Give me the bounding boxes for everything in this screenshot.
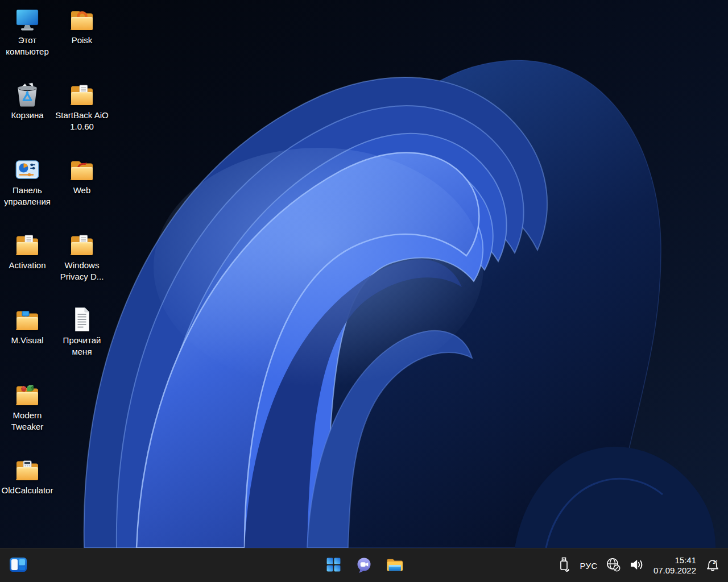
volume-tray-button[interactable] [627, 553, 647, 578]
desktop-icon-readme[interactable]: Прочитай меня [55, 306, 109, 357]
notification-bell-button[interactable]: z z [703, 553, 722, 578]
desktop-icon-label: Activation [9, 260, 46, 271]
folder-web-icon [68, 156, 96, 183]
desktop-icon-control-panel[interactable]: Панель управления [0, 156, 55, 207]
folder-document-icon [68, 81, 96, 108]
desktop-icon-windows-privacy[interactable]: Windows Privacy D... [55, 231, 109, 282]
chat-button[interactable] [353, 554, 375, 577]
desktop-icon-activation[interactable]: Activation [0, 231, 55, 271]
usb-safely-remove-icon [557, 556, 571, 576]
clock[interactable]: 15:41 07.09.2022 [650, 553, 700, 578]
bell-dnd-icon: z z [705, 558, 720, 574]
desktop-icon-label: Корзина [11, 110, 43, 121]
desktop-icon-label: StartBack AiO 1.0.60 [55, 110, 109, 132]
desktop-icon-this-pc[interactable]: Этот компьютер [0, 6, 55, 57]
desktop-icon-label: Poisk [72, 35, 93, 46]
this-pc-icon [14, 6, 41, 33]
text-file-icon [68, 306, 96, 333]
desktop-icon-label: Web [73, 185, 91, 196]
svg-text:z: z [716, 559, 718, 562]
language-indicator[interactable]: РУС [577, 553, 600, 578]
desktop-icon-label: M.Visual [11, 335, 43, 346]
speaker-volume-icon [629, 558, 644, 573]
desktop-icon-recycle-bin[interactable]: Корзина [0, 81, 55, 121]
desktop-icon-poisk[interactable]: Poisk [55, 6, 109, 46]
svg-text:z: z [713, 560, 715, 565]
desktop-icon-web[interactable]: Web [55, 156, 109, 196]
desktop-icon-modern-tweaker[interactable]: Modern Tweaker [0, 381, 55, 432]
desktop-icon-label: Windows Privacy D... [55, 260, 109, 282]
folder-gems-icon [14, 381, 41, 408]
teams-chat-icon [355, 556, 373, 575]
desktop-background: Этот компьютер Корзина [0, 0, 728, 548]
network-tray-button[interactable] [603, 553, 623, 578]
wallpaper-bloom [0, 0, 728, 548]
recycle-bin-icon [14, 81, 41, 108]
file-explorer-button[interactable] [383, 554, 406, 577]
clock-time: 15:41 [675, 555, 696, 566]
control-panel-icon [14, 156, 41, 183]
folder-document-icon [68, 231, 96, 258]
desktop-icon-label: OldCalculator [2, 485, 53, 496]
folder-document-icon [14, 231, 41, 258]
usb-tray-button[interactable] [555, 553, 574, 578]
desktop-icon-startback-aio[interactable]: StartBack AiO 1.0.60 [55, 81, 109, 132]
windows-start-icon [326, 557, 341, 574]
clock-date: 07.09.2022 [653, 566, 696, 576]
desktop-icon-label: Этот компьютер [0, 35, 55, 57]
desktop-icon-label: Панель управления [0, 185, 55, 207]
desktop-icon-mvisual[interactable]: M.Visual [0, 306, 55, 346]
folder-monitor-icon [14, 306, 41, 333]
taskbar: РУС [0, 548, 728, 582]
start-button[interactable] [322, 554, 345, 577]
windows-desktop-screen: Этот компьютер Корзина [0, 0, 728, 582]
desktop-icon-label: Прочитай меня [55, 335, 109, 357]
file-explorer-icon [386, 557, 404, 575]
folder-calculator-icon [14, 456, 41, 483]
desktop-icon-oldcalculator[interactable]: OldCalculator [0, 456, 55, 496]
desktop-icon-label: Modern Tweaker [0, 410, 55, 432]
folder-search-icon [68, 6, 96, 33]
globe-no-internet-icon [606, 557, 621, 574]
